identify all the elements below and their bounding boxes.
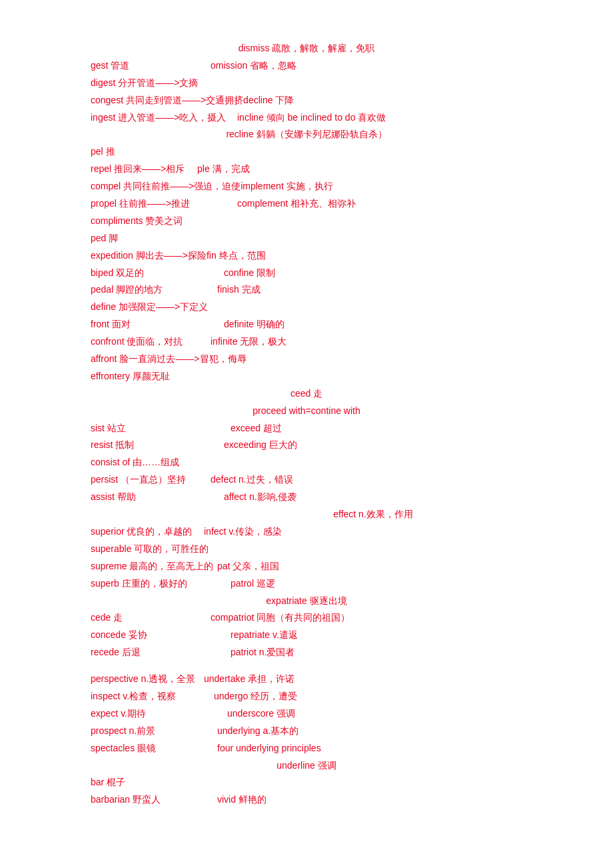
line-44: barbarian 野蛮人vivid 鲜艳的 [91, 791, 522, 809]
right-col: fin 终点，范围 [207, 247, 266, 265]
left-col: superb 庄重的，极好的 [91, 575, 231, 593]
left-col: resist 抵制 [91, 437, 224, 454]
left-col: congest 共同走到管道——>交通拥挤 [91, 92, 243, 109]
left-col: persist （一直总）坚持 [91, 471, 211, 489]
right-col: patrol 巡逻 [231, 575, 275, 593]
line-0: dismiss 疏散，解散，解雇，免职 [91, 40, 522, 57]
left-col: concede 妥协 [91, 627, 231, 644]
line-2: digest 分开管道——>文摘 [91, 75, 522, 92]
line-6: pel 推 [91, 143, 522, 161]
line-1: gest 管道omission 省略，忽略 [91, 57, 522, 75]
left-col: gest 管道 [91, 57, 211, 75]
left-col: barbarian 野蛮人 [91, 791, 217, 809]
line-4: ingest 进入管道——>吃入，摄入incline 倾向 be incline… [91, 109, 522, 127]
right-col: finish 完成 [217, 281, 261, 299]
line-3: congest 共同走到管道——>交通拥挤decline 下降 [91, 92, 522, 109]
right-col: incline 倾向 be inclined to do 喜欢做 [237, 109, 386, 127]
line-8: compel 共同往前推——>强迫，迫使implement 实施，执行 [91, 178, 522, 195]
line-22: sist 站立exceed 超过 [91, 420, 522, 437]
left-col: inspect v.检查，视察 [91, 688, 214, 705]
right-col: patriot n.爱国者 [231, 644, 295, 661]
line-16: front 面对definite 明确的 [91, 316, 522, 333]
right-col: four underlying principles [217, 740, 321, 757]
line-26: assist 帮助affect n.影响,侵袭 [91, 489, 522, 506]
line-32: expatriate 驱逐出境 [91, 593, 522, 610]
right-col: pat 父亲，祖国 [217, 558, 279, 575]
left-col: ingest 进入管道——>吃入，摄入 [91, 109, 237, 127]
main-content: dismiss 疏散，解散，解雇，免职gest 管道omission 省略，忽略… [91, 40, 522, 809]
line-14: pedal 脚蹬的地方finish 完成 [91, 281, 522, 299]
line-28: superior 优良的，卓越的infect v.传染，感染 [91, 523, 522, 541]
line-21: proceed with=contine with [91, 403, 522, 420]
line-13: biped 双足的confine 限制 [91, 265, 522, 282]
left-col: confront 使面临，对抗 [91, 333, 211, 351]
line-37: perspective n.透视，全景undertake 承担，许诺 [91, 671, 522, 688]
right-col: affect n.影响,侵袭 [224, 489, 297, 506]
line-27: effect n.效果，作用 [91, 506, 522, 523]
line-31: superb 庄重的，极好的patrol 巡逻 [91, 575, 522, 593]
line-34: concede 妥协repatriate v.遣返 [91, 627, 522, 644]
right-col: ple 满，完成 [197, 161, 250, 178]
line-42: underline 强调 [91, 757, 522, 775]
right-col: underlying a.基本的 [217, 723, 299, 740]
right-col: repatriate v.遣返 [231, 627, 298, 644]
left-col: expect v.期待 [91, 705, 227, 723]
right-col: undertake 承担，许诺 [204, 671, 295, 688]
line-12: expedition 脚出去——>探险fin 终点，范围 [91, 247, 522, 265]
left-col: supreme 最高的，至高无上的 [91, 558, 217, 575]
right-col: exceed 超过 [231, 420, 282, 437]
line-20: ceed 走 [91, 385, 522, 403]
line-33: cede 走compatriot 同胞（有共同的祖国） [91, 609, 522, 627]
left-col: superior 优良的，卓越的 [91, 523, 204, 541]
left-col: propel 往前推——>推进 [91, 195, 237, 213]
left-col: biped 双足的 [91, 265, 224, 282]
right-col: undergo 经历，遭受 [214, 688, 297, 705]
right-col: underscore 强调 [227, 705, 295, 723]
right-col: decline 下降 [243, 92, 294, 109]
right-col: infinite 无限，极大 [211, 333, 287, 351]
right-col: vivid 鲜艳的 [217, 791, 267, 809]
line-43: bar 棍子 [91, 774, 522, 791]
line-15: define 加强限定——>下定义 [91, 299, 522, 316]
left-col: front 面对 [91, 316, 224, 333]
left-col: spectacles 眼镜 [91, 740, 217, 757]
left-col: expedition 脚出去——>探险 [91, 247, 207, 265]
left-col: pedal 脚蹬的地方 [91, 281, 217, 299]
line-7: repel 推回来——>相斥ple 满，完成 [91, 161, 522, 178]
right-col: definite 明确的 [224, 316, 285, 333]
line-29: superable 可取的，可胜任的 [91, 541, 522, 558]
left-col: repel 推回来——>相斥 [91, 161, 197, 178]
left-col: perspective n.透视，全景 [91, 671, 204, 688]
right-col: compatriot 同胞（有共同的祖国） [211, 609, 350, 627]
left-col: recede 后退 [91, 644, 231, 661]
left-col: prospect n.前景 [91, 723, 217, 740]
right-col: exceeding 巨大的 [224, 437, 297, 454]
line-23: resist 抵制exceeding 巨大的 [91, 437, 522, 454]
left-col: compel 共同往前推——>强迫，迫使 [91, 178, 241, 195]
line-35: recede 后退patriot n.爱国者 [91, 644, 522, 661]
line-18: affront 脸一直淌过去——>冒犯，侮辱 [91, 351, 522, 368]
line-25: persist （一直总）坚持defect n.过失，错误 [91, 471, 522, 489]
right-col: complement 相补充、相弥补 [237, 195, 356, 213]
left-col: assist 帮助 [91, 489, 224, 506]
line-9: propel 往前推——>推进complement 相补充、相弥补 [91, 195, 522, 213]
line-5: recline 斜躺（安娜卡列尼娜卧轨自杀） [91, 126, 522, 143]
line-39: expect v.期待underscore 强调 [91, 705, 522, 723]
line-30: supreme 最高的，至高无上的pat 父亲，祖国 [91, 558, 522, 575]
line-24: consist of 由……组成 [91, 454, 522, 471]
line-19: effrontery 厚颜无耻 [91, 368, 522, 385]
left-col: cede 走 [91, 609, 211, 627]
line-10: compliments 赞美之词 [91, 213, 522, 230]
right-col: infect v.传染，感染 [204, 523, 282, 541]
left-col: sist 站立 [91, 420, 231, 437]
right-col: implement 实施，执行 [241, 178, 332, 195]
line-11: ped 脚 [91, 230, 522, 247]
line-41: spectacles 眼镜four underlying principles [91, 740, 522, 757]
line-40: prospect n.前景underlying a.基本的 [91, 723, 522, 740]
line-38: inspect v.检查，视察undergo 经历，遭受 [91, 688, 522, 705]
right-col: defect n.过失，错误 [211, 471, 293, 489]
right-col: confine 限制 [224, 265, 275, 282]
line-17: confront 使面临，对抗infinite 无限，极大 [91, 333, 522, 351]
right-col: omission 省略，忽略 [211, 57, 297, 75]
